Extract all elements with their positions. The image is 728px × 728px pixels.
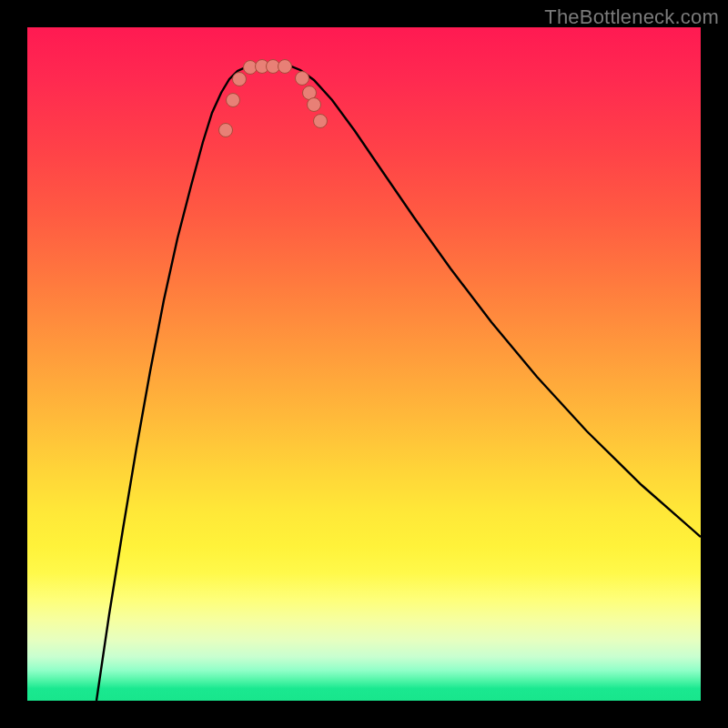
plot-area — [27, 27, 701, 701]
curve-dot — [219, 124, 233, 137]
curve-line — [96, 66, 701, 701]
chart-frame: TheBottleneck.com — [0, 0, 728, 728]
curve-dot — [227, 94, 240, 107]
curve-dot — [308, 98, 321, 112]
curve-dots — [219, 60, 328, 137]
curve-dot — [233, 73, 247, 86]
curve-dot — [314, 115, 328, 128]
curve-dot — [278, 60, 292, 74]
watermark-text: TheBottleneck.com — [544, 5, 719, 29]
bottleneck-curve — [27, 27, 701, 701]
curve-dot — [296, 72, 309, 86]
